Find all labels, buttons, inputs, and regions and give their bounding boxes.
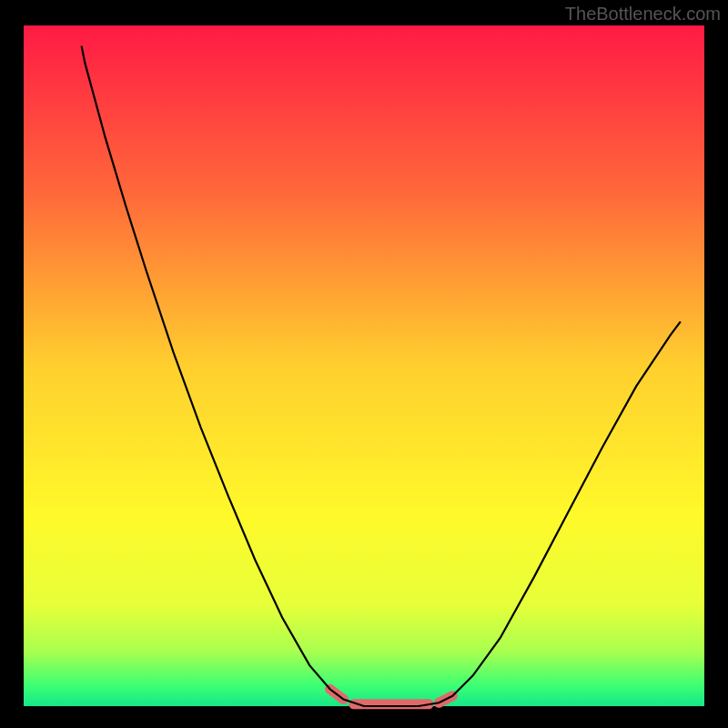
- plot-area: [24, 25, 704, 706]
- chart-container: TheBottleneck.com: [0, 0, 728, 728]
- bottleneck-chart: [0, 0, 728, 728]
- attribution-label: TheBottleneck.com: [565, 4, 721, 25]
